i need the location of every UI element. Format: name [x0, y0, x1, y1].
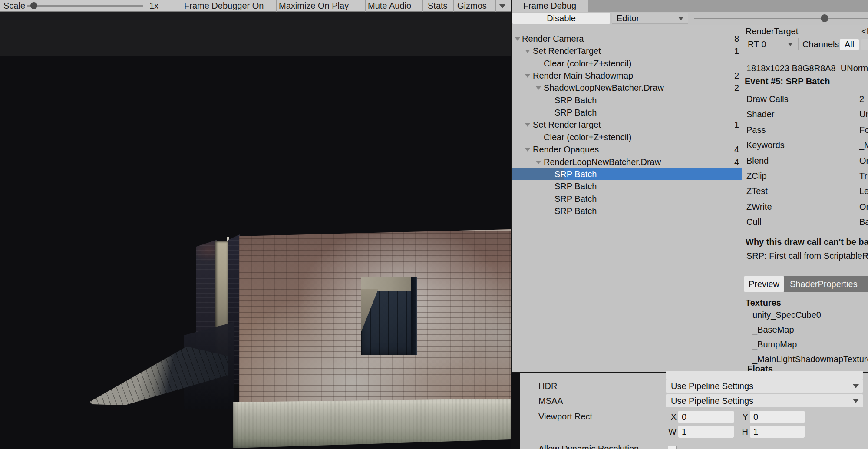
property-label: Shader — [746, 109, 775, 119]
tree-row[interactable]: SRP Batch — [512, 106, 742, 119]
tree-row-label: RenderLoopNewBatcher.Draw — [544, 156, 661, 168]
tree-row-label: Render Camera — [522, 33, 584, 45]
frame-debugger-on-button[interactable]: Frame Debugger On — [184, 0, 264, 12]
tree-row-count: 2 — [727, 69, 739, 82]
gizmos-button[interactable]: Gizmos — [457, 0, 487, 12]
texture-item[interactable]: _BumpMap — [752, 340, 797, 349]
foldout-arrow-icon[interactable] — [515, 37, 520, 41]
scale-slider-knob[interactable] — [30, 2, 37, 9]
frame-debug-tab[interactable]: Frame Debug — [512, 0, 588, 12]
frame-debug-tabbar: Frame Debug — [512, 0, 868, 12]
chevron-down-icon — [788, 43, 793, 46]
event-slider-knob[interactable] — [821, 14, 828, 22]
tree-row-label: Render Opaques — [533, 143, 599, 155]
stats-button[interactable]: Stats — [428, 0, 448, 12]
tree-row[interactable]: Render Opaques4 — [512, 143, 742, 155]
tree-row[interactable]: Render Camera8 — [512, 33, 742, 45]
foldout-arrow-icon[interactable] — [525, 50, 530, 53]
foldout-arrow-icon[interactable] — [525, 148, 530, 152]
scale-slider-track[interactable] — [27, 5, 143, 7]
tree-row[interactable]: SRP Batch — [512, 205, 742, 217]
tree-row-count: 2 — [727, 82, 739, 94]
batch-break-title: Why this draw call can't be batched with… — [746, 237, 868, 247]
rendertarget-resolution: 1818x1023 B8G8R8A8_UNorm — [746, 63, 868, 73]
chevron-down-icon — [853, 384, 859, 388]
editor-dropdown[interactable]: Editor — [612, 13, 688, 24]
tree-row-count: 1 — [727, 45, 739, 57]
property-label: Draw Calls — [746, 94, 789, 104]
tree-row[interactable]: SRP Batch — [512, 193, 742, 205]
preview-tab-button[interactable]: Preview — [744, 276, 784, 292]
tree-row[interactable]: Set RenderTarget1 — [512, 119, 742, 131]
event-slider-track[interactable] — [694, 18, 868, 19]
foldout-arrow-icon[interactable] — [536, 161, 541, 164]
allow-dynamic-resolution-label: Allow Dynamic Resolution — [538, 443, 677, 449]
property-value: One Zero — [859, 155, 868, 166]
hdr-dropdown-value: Use Pipeline Settings — [671, 381, 753, 391]
tree-row-label: Clear (color+Z+stencil) — [544, 131, 631, 143]
h-field[interactable]: 1 — [750, 426, 805, 438]
disable-button[interactable]: Disable — [512, 13, 610, 24]
frame-debug-toolbar: Disable Editor — [512, 12, 868, 25]
w-field[interactable]: 1 — [678, 426, 734, 438]
channel-all-button[interactable]: All — [840, 39, 859, 50]
tree-row-count: 4 — [727, 143, 739, 155]
game-viewport[interactable] — [0, 0, 511, 449]
details-separator — [742, 51, 868, 51]
w-label: W — [667, 426, 677, 438]
toolbar-separator — [422, 0, 423, 12]
tree-row[interactable]: SRP Batch — [512, 94, 742, 106]
frame-debug-window: Frame Debug Disable Editor Render Camera… — [511, 0, 868, 373]
foldout-arrow-icon[interactable] — [536, 86, 541, 90]
unity-editor: Scale 1x Frame Debugger On Maximize On P… — [0, 0, 868, 449]
tree-row[interactable]: ShadowLoopNewBatcher.Draw2 — [512, 82, 742, 94]
texture-item[interactable]: _MainLightShadowmapTexture — [752, 354, 868, 364]
viewport-letterbox-band — [0, 12, 511, 56]
tree-row[interactable]: Set RenderTarget1 — [512, 45, 742, 57]
toolbar-separator — [276, 0, 277, 12]
property-value: 2 — [859, 94, 864, 104]
clipped-dropdown[interactable] — [666, 371, 863, 380]
shader-properties-tab-button[interactable]: ShaderProperties — [784, 276, 868, 292]
tree-row[interactable]: Clear (color+Z+stencil) — [512, 57, 742, 69]
tree-row-count: 4 — [727, 156, 739, 168]
gizmos-dropdown-icon[interactable] — [499, 4, 505, 8]
rt-dropdown-label: RT 0 — [748, 40, 766, 49]
texture-item[interactable]: unity_SpecCube0 — [752, 310, 821, 320]
tree-row-label: SRP Batch — [554, 205, 597, 217]
event-title: Event #5: SRP Batch — [745, 76, 830, 86]
texture-item[interactable]: _BaseMap — [752, 325, 794, 334]
y-field[interactable]: 0 — [750, 411, 805, 423]
foldout-arrow-icon[interactable] — [525, 74, 530, 78]
foldout-arrow-icon[interactable] — [525, 123, 530, 127]
mute-audio-button[interactable]: Mute Audio — [368, 0, 411, 12]
rt-dropdown[interactable]: RT 0 — [744, 38, 799, 50]
tree-row[interactable]: RenderLoopNewBatcher.Draw4 — [512, 156, 742, 168]
render-target-label: RenderTarget — [746, 26, 798, 36]
toolbar-separator — [495, 0, 496, 12]
h-label: H — [739, 426, 748, 438]
tree-row[interactable]: SRP Batch — [512, 180, 742, 192]
editor-dropdown-label: Editor — [617, 13, 639, 23]
tree-row-count: 1 — [727, 119, 739, 131]
property-value: _MAIN_LIGHT_SHADOWS — [859, 140, 868, 150]
allow-dynamic-resolution-checkbox[interactable] — [668, 446, 677, 449]
scale-label: Scale — [3, 0, 25, 12]
x-field[interactable]: 0 — [678, 411, 734, 423]
tree-row[interactable]: Render Main Shadowmap2 — [512, 69, 742, 82]
panel-splitter[interactable] — [742, 25, 742, 372]
tree-row[interactable]: SRP Batch — [512, 168, 742, 180]
camera-inspector: HDR Use Pipeline Settings MSAA Use Pipel… — [520, 373, 868, 449]
tree-row-label: SRP Batch — [554, 94, 597, 106]
tree-row-label: Clear (color+Z+stencil) — [544, 57, 631, 69]
tree-row-label: ShadowLoopNewBatcher.Draw — [544, 82, 664, 94]
msaa-dropdown[interactable]: Use Pipeline Settings — [666, 394, 863, 407]
tree-row-label: Render Main Shadowmap — [533, 69, 633, 82]
channel-r-button[interactable]: R — [861, 39, 868, 50]
tree-row-count: 8 — [727, 33, 739, 45]
tree-row[interactable]: Clear (color+Z+stencil) — [512, 131, 742, 143]
maximize-on-play-button[interactable]: Maximize On Play — [279, 0, 349, 12]
hdr-dropdown[interactable]: Use Pipeline Settings — [666, 380, 863, 393]
channels-label: Channels — [802, 38, 839, 50]
scale-value: 1x — [149, 0, 158, 12]
